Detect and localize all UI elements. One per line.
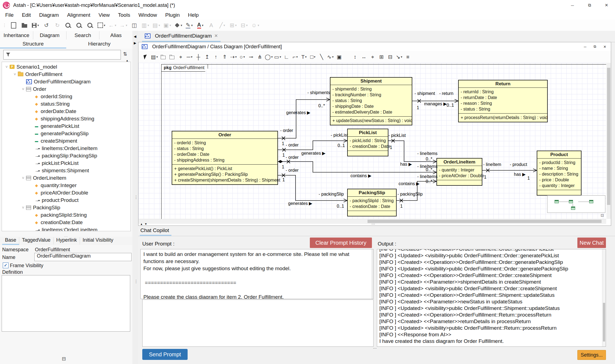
- clear-prompt-history-button[interactable]: Clear Prompt History: [310, 238, 372, 248]
- class-packingslip[interactable]: PackingSlip- packingSlipId : String- cre…: [347, 189, 397, 216]
- sort-icon[interactable]: ⇅: [123, 51, 127, 57]
- expand-node-tool[interactable]: ⊞: [378, 52, 385, 62]
- menu-view[interactable]: View: [94, 12, 114, 18]
- edge-label[interactable]: 1: [484, 175, 486, 180]
- tree-item-shippingaddress-string[interactable]: ◆shippingAddress:String: [2, 115, 130, 122]
- edge-label[interactable]: 0..1: [337, 204, 344, 209]
- sidebar-tab-inheritance[interactable]: Inheritance: [0, 31, 33, 39]
- dropdown-caret-icon[interactable]: ▾: [296, 55, 298, 59]
- fit-width-tool[interactable]: ↔: [360, 52, 368, 62]
- edge-label[interactable]: 0..*: [426, 167, 432, 172]
- menu-plugin[interactable]: Plugin: [161, 12, 184, 18]
- dropdown-caret-icon[interactable]: ▾: [401, 55, 402, 59]
- zoom-out-button[interactable]: [85, 21, 95, 30]
- tree-item-creationdate-date[interactable]: ◆creationDate:Date: [2, 219, 130, 226]
- collapse-node-tool[interactable]: ⊟: [386, 52, 394, 62]
- redo-button[interactable]: ↻: [52, 21, 62, 30]
- close-button[interactable]: ✕: [598, 0, 615, 10]
- edge-label[interactable]: - shipments: [307, 90, 330, 95]
- dropdown-caret-icon[interactable]: ▾: [243, 55, 245, 59]
- diagram-restore-button[interactable]: ⧉: [590, 42, 600, 51]
- edge-label[interactable]: 1: [282, 177, 285, 182]
- tree-item-order[interactable]: ˅Order: [2, 85, 130, 93]
- menu-help[interactable]: Help: [184, 12, 203, 18]
- edge-label[interactable]: 0..*: [318, 103, 325, 108]
- vscroll-thumb[interactable]: [607, 68, 610, 205]
- collapse-left-icon[interactable]: ◀: [134, 35, 136, 38]
- dependency-tool[interactable]: ⇑: [221, 52, 229, 62]
- tree-item-picklist-picklist[interactable]: →pickList:PickList: [2, 159, 130, 167]
- sidebar-tab-diagram[interactable]: Diagram: [33, 31, 66, 39]
- edge-label[interactable]: 1: [282, 141, 284, 146]
- new-file-button[interactable]: [9, 21, 18, 30]
- align-horizontal-button[interactable]: ▤▾: [151, 21, 161, 30]
- restore-pane-icon[interactable]: ⊟: [62, 356, 66, 362]
- tree-item-packingslip[interactable]: ˅PackingSlip: [2, 204, 130, 211]
- class-order[interactable]: Order- orderId : String- status : String…: [172, 131, 278, 185]
- dropdown-caret-icon[interactable]: ▾: [158, 24, 160, 27]
- class-orderlineitem[interactable]: OrderLineItem- quantity : Integer- price…: [436, 158, 482, 186]
- undo-button[interactable]: ↺: [41, 21, 51, 30]
- tree-item-status-string[interactable]: ◆status:String: [2, 100, 130, 108]
- forward-button[interactable]: →▾: [118, 21, 128, 30]
- edge-label[interactable]: - order: [286, 143, 299, 148]
- edge-label[interactable]: - order: [286, 168, 299, 173]
- tree-item-orderfulfillment[interactable]: ˅OrderFulfillment: [2, 70, 130, 78]
- edge-label[interactable]: - lineItem: [483, 162, 501, 167]
- edge-label[interactable]: generates ▶: [301, 151, 325, 156]
- generalization-tool[interactable]: ↥: [203, 52, 211, 62]
- edge-label[interactable]: manages ▶: [424, 101, 447, 106]
- dropdown-caret-icon[interactable]: ▾: [235, 55, 237, 59]
- dropdown-caret-icon[interactable]: ▾: [126, 24, 127, 27]
- fill-color-button[interactable]: ▾: [173, 21, 183, 30]
- filter-input[interactable]: [3, 50, 121, 60]
- package-tool[interactable]: [159, 52, 167, 62]
- dropdown-caret-icon[interactable]: ▾: [181, 24, 182, 27]
- font-button[interactable]: A: [206, 21, 216, 30]
- edge-label[interactable]: - packingSlip: [319, 192, 344, 197]
- diagram-window-titlebar[interactable]: OrderFulfillmentDiagram / Class Diagram …: [138, 42, 611, 51]
- dropdown-caret-icon[interactable]: ▾: [37, 24, 39, 27]
- class-product[interactable]: Product- productId : String- name : Stri…: [537, 151, 581, 196]
- diagram-canvas[interactable]: pkgOrderFulfillment Shipment- shipmentId…: [138, 63, 606, 219]
- tree-item-product-product[interactable]: →product:Product: [2, 196, 130, 204]
- project-view-button[interactable]: ◫: [129, 21, 139, 30]
- view-tab-hierarchy[interactable]: Hierarchy: [66, 40, 132, 49]
- expand-chevron-icon[interactable]: ˅: [20, 87, 26, 91]
- edge-label[interactable]: 0..*: [426, 179, 432, 184]
- property-tab-taggedvalue[interactable]: TaggedValue: [19, 237, 54, 245]
- edge-label[interactable]: - packingSlip: [397, 192, 423, 197]
- text-tool[interactable]: T▾: [300, 52, 308, 62]
- line-tool[interactable]: ╲: [318, 52, 325, 62]
- provided-interface-tool[interactable]: ⊸: [247, 52, 255, 62]
- edge-label[interactable]: - shipment: [414, 91, 435, 96]
- tree-item-generatepackingslip[interactable]: ▬generatePackingSlip: [2, 130, 130, 137]
- edge-label[interactable]: 1: [390, 145, 392, 150]
- collapse-down-icon[interactable]: ▼: [144, 222, 147, 225]
- minimize-button[interactable]: ─: [564, 0, 581, 10]
- edge-label[interactable]: 1: [282, 153, 285, 158]
- hierarchy-view-button[interactable]: ⊞▾: [228, 21, 238, 30]
- overview-panel[interactable]: [547, 195, 605, 213]
- new-chat-button[interactable]: New Chat: [577, 238, 606, 248]
- dropdown-caret-icon[interactable]: ▾: [235, 24, 237, 27]
- frame-tool[interactable]: ⌐▾: [291, 52, 299, 62]
- view-tab-structure[interactable]: Structure: [0, 40, 66, 49]
- tree-item-generatepicklist[interactable]: ▬generatePickList: [2, 122, 130, 130]
- tree-item-orderdate-date[interactable]: ◆orderDate:Date: [2, 108, 130, 115]
- font-color-button[interactable]: A▾: [195, 21, 205, 30]
- edge-label[interactable]: 0..1: [447, 103, 454, 108]
- tab-orderfulfillmentdiagram[interactable]: OrderFulfillmentDiagram ✕: [142, 31, 221, 42]
- copy-style-button[interactable]: ▣▾: [162, 21, 172, 30]
- realization-tool[interactable]: ↑: [212, 52, 220, 62]
- tab-chat-copilot[interactable]: Chat Copilot: [140, 227, 171, 236]
- tree-item-priceatorder-double[interactable]: ◆priceAtOrder:Double: [2, 189, 130, 196]
- dropdown-caret-icon[interactable]: ▾: [305, 55, 307, 59]
- expand-chevron-icon[interactable]: ˅: [20, 205, 26, 210]
- dropdown-caret-icon[interactable]: ▾: [332, 55, 334, 59]
- back-button[interactable]: ←▾: [107, 21, 117, 30]
- menu-window[interactable]: Window: [134, 12, 161, 18]
- diagram-chat-splitter[interactable]: ▲ ▼ ⋯: [138, 224, 611, 226]
- association-tool[interactable]: ─▾: [186, 52, 193, 62]
- output-scrollbar[interactable]: [602, 249, 606, 346]
